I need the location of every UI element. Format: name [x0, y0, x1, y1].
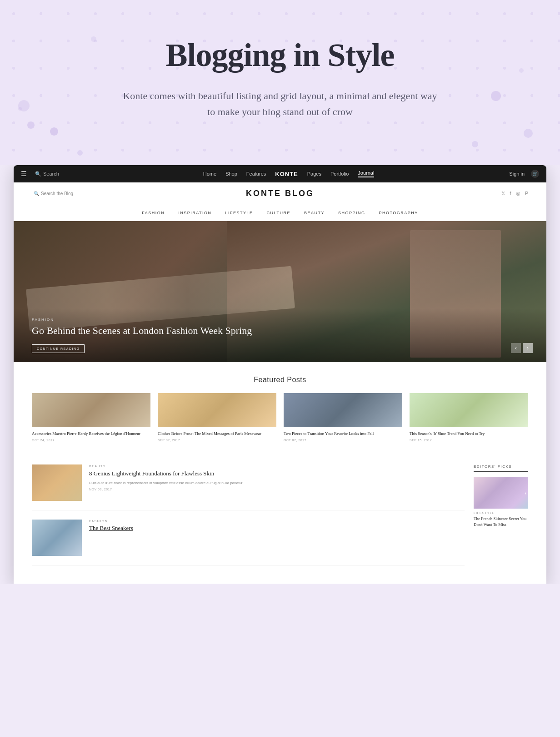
article-info-2: FASHION The Best Sneakers	[89, 520, 465, 556]
article-category-1: BEAUTY	[89, 464, 465, 468]
slider-category: FASHION	[32, 318, 528, 322]
featured-title: Featured Posts	[32, 376, 528, 384]
article-img-1	[32, 464, 82, 501]
facebook-icon[interactable]: f	[510, 191, 511, 197]
slider-overlay: FASHION Go Behind the Scenes at London F…	[14, 308, 546, 363]
instagram-icon[interactable]: ◎	[516, 191, 520, 197]
editors-picks-img[interactable]: ›	[474, 477, 528, 509]
hero-slider: FASHION Go Behind the Scenes at London F…	[14, 221, 546, 362]
cat-shopping[interactable]: SHOPPING	[338, 211, 365, 215]
article-img-2	[32, 520, 82, 556]
editors-next-arrow[interactable]: ›	[525, 489, 526, 496]
nav-link-features[interactable]: Features	[246, 171, 266, 177]
article-title-2[interactable]: The Best Sneakers	[89, 525, 465, 532]
blog-title: KONTE BLOG	[197, 189, 363, 198]
cat-beauty[interactable]: BEAUTY	[304, 211, 325, 215]
featured-img-4	[410, 393, 528, 427]
featured-card-date-1: OCT 24, 2017	[32, 439, 150, 442]
featured-card-title-1: Accessories Maestro Pierre Hardy Receive…	[32, 431, 150, 437]
main-articles: BEAUTY 8 Genius Lightweight Foundations …	[32, 464, 474, 575]
cat-photography[interactable]: PHOTOGRAPHY	[379, 211, 418, 215]
featured-card-title-3: Two Pieces to Transition Your Favorite L…	[284, 431, 402, 437]
featured-card-3[interactable]: Two Pieces to Transition Your Favorite L…	[284, 393, 402, 442]
article-date-1: NOV 03, 2017	[89, 488, 465, 491]
featured-img-2	[158, 393, 276, 427]
article-card-2: FASHION The Best Sneakers	[32, 520, 465, 565]
slider-title: Go Behind the Scenes at London Fashion W…	[32, 324, 528, 338]
slider-next-button[interactable]: ›	[523, 343, 533, 353]
editors-picks-label: EDITORS' PICKS	[474, 464, 528, 472]
twitter-icon[interactable]: 𝕏	[501, 191, 505, 197]
editors-img-bg	[474, 477, 528, 509]
article-excerpt-1: Duis aute irure dolor in reprehenderit i…	[89, 480, 465, 486]
article-category-2: FASHION	[89, 520, 465, 523]
blog-search-label: Search the Blog	[41, 191, 73, 196]
blog-header: 🔍 Search the Blog KONTE BLOG 𝕏 f ◎ P	[14, 182, 546, 205]
cart-icon[interactable]: 🛒	[531, 170, 539, 178]
featured-card-4[interactable]: This Season's 'It' Shoe Trend You Need t…	[410, 393, 528, 442]
featured-card-1[interactable]: Accessories Maestro Pierre Hardy Receive…	[32, 393, 150, 442]
nav-link-pages[interactable]: Pages	[307, 171, 321, 177]
nav-link-konte[interactable]: KONTE	[275, 171, 298, 177]
category-nav: FASHION INSPIRATION LIFESTYLE CULTURE BE…	[14, 205, 546, 221]
blog-search[interactable]: 🔍 Search the Blog	[32, 191, 197, 196]
featured-img-3	[284, 393, 402, 427]
browser-mockup: ☰ 🔍 Search Home Shop Features KONTE Page…	[14, 165, 546, 584]
article-info-1: BEAUTY 8 Genius Lightweight Foundations …	[89, 464, 465, 501]
blog-search-icon: 🔍	[34, 191, 39, 196]
cat-inspiration[interactable]: INSPIRATION	[178, 211, 211, 215]
blog-socials: 𝕏 f ◎ P	[363, 191, 528, 197]
editors-picks: EDITORS' PICKS › LIFESTYLE The French Sk…	[474, 464, 528, 575]
nav-link-portfolio[interactable]: Portfolio	[330, 171, 349, 177]
featured-card-title-4: This Season's 'It' Shoe Trend You Need t…	[410, 431, 528, 437]
hamburger-icon[interactable]: ☰	[21, 170, 27, 178]
pinterest-icon[interactable]: P	[525, 191, 528, 197]
featured-card-date-4: SEP 15, 2017	[410, 439, 528, 442]
nav-right: Sign in 🛒	[509, 170, 539, 178]
featured-grid: Accessories Maestro Pierre Hardy Receive…	[32, 393, 528, 442]
hero-section: Blogging in Style Konte comes with beaut…	[0, 0, 560, 165]
nav-link-shop[interactable]: Shop	[225, 171, 237, 177]
featured-card-2[interactable]: Clothes Before Prose: The Mixed Messages…	[158, 393, 276, 442]
cat-lifestyle[interactable]: LIFESTYLE	[225, 211, 253, 215]
editors-picks-cat: LIFESTYLE	[474, 511, 528, 515]
article-card-1: BEAUTY 8 Genius Lightweight Foundations …	[32, 464, 465, 510]
featured-card-title-2: Clothes Before Prose: The Mixed Messages…	[158, 431, 276, 437]
cat-culture[interactable]: CULTURE	[267, 211, 290, 215]
main-content: BEAUTY 8 Genius Lightweight Foundations …	[14, 455, 546, 584]
featured-card-date-3: OCT 07, 2017	[284, 439, 402, 442]
nav-search[interactable]: 🔍 Search	[33, 171, 59, 177]
hero-title: Blogging in Style	[18, 36, 542, 74]
search-icon: 🔍	[35, 171, 41, 177]
nav-link-journal[interactable]: Journal	[358, 170, 374, 177]
featured-img-1	[32, 393, 150, 427]
nav-search-label: Search	[43, 171, 59, 177]
slider-arrows: ‹ ›	[511, 343, 533, 353]
featured-card-date-2: SEP 07, 2017	[158, 439, 276, 442]
nav-bar: ☰ 🔍 Search Home Shop Features KONTE Page…	[14, 165, 546, 182]
cat-fashion[interactable]: FASHION	[142, 211, 165, 215]
editors-picks-title[interactable]: The French Skincare Secret You Don't Wan…	[474, 516, 528, 527]
hero-subtitle: Konte comes with beautiful listing and g…	[121, 88, 439, 120]
nav-links: Home Shop Features KONTE Pages Portfolio…	[68, 170, 510, 177]
featured-section: Featured Posts Accessories Maestro Pierr…	[14, 362, 546, 455]
nav-signin[interactable]: Sign in	[509, 171, 525, 177]
article-title-1[interactable]: 8 Genius Lightweight Foundations for Fla…	[89, 469, 465, 478]
nav-link-home[interactable]: Home	[203, 171, 216, 177]
slider-prev-button[interactable]: ‹	[511, 343, 521, 353]
slider-continue-button[interactable]: CONTINUE READING	[32, 344, 85, 353]
